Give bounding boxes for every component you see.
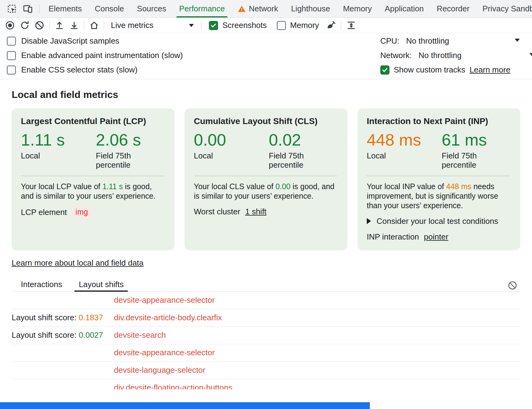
layout-shift-row[interactable]: devsite-appearance-selector [12, 344, 520, 362]
tab-label: Application [385, 4, 424, 14]
tab-label: Lighthouse [291, 4, 330, 14]
element-link[interactable]: devsite-appearance-selector [114, 295, 215, 305]
layout-shift-row[interactable]: Layout shift score: 0.0027 devsite-searc… [12, 327, 520, 344]
metric-description: Your local LCP value of 1.11 s is good, … [21, 182, 164, 201]
local-value-label: Local [194, 151, 252, 160]
custom-tracks-label: Show custom tracks [394, 65, 465, 75]
tab-memory[interactable]: Memory [337, 0, 378, 18]
load-profile-icon[interactable] [52, 19, 67, 32]
tab-sources[interactable]: Sources [131, 0, 173, 18]
inspect-element-icon[interactable] [4, 2, 19, 16]
custom-tracks-learn-more-link[interactable]: Learn more [470, 65, 510, 75]
element-link[interactable]: devsite-search [114, 330, 166, 340]
local-field-learn-more-link[interactable]: Learn more about local and field data [12, 258, 143, 268]
worst-cluster-link[interactable]: 1 shift [245, 207, 266, 216]
tab-application[interactable]: Application [378, 0, 430, 18]
metric-card-inp: Interaction to Next Paint (INP) 448 ms L… [358, 108, 520, 250]
layout-shift-row[interactable]: Layout shift score: 0.1837 div.devsite-a… [12, 309, 520, 327]
tab-recorder[interactable]: Recorder [430, 0, 476, 18]
chevron-down-icon [515, 39, 520, 42]
divider [194, 176, 337, 176]
description-value: 1.11 s [102, 182, 123, 191]
tab-lighthouse[interactable]: Lighthouse [284, 0, 336, 18]
element-link[interactable]: div.devsite-article-body.clearfix [114, 313, 222, 322]
element-link[interactable]: div.devsite-floating-action-buttons [114, 383, 232, 389]
local-value-column: 1.11 s Local [21, 131, 96, 169]
home-icon[interactable] [87, 19, 101, 32]
throttling-settings: CPU: No throttling Network: No throttlin… [380, 34, 532, 77]
metric-description: Your local INP value of 448 ms needs imp… [367, 182, 510, 210]
network-throttling-select[interactable]: Network: No throttling [380, 48, 532, 63]
inp-interaction-link[interactable]: pointer [424, 232, 448, 242]
tab-console[interactable]: Console [88, 0, 130, 18]
tab-layout-shifts[interactable]: Layout shifts [74, 278, 128, 291]
separator [39, 4, 40, 14]
cpu-label: CPU: [380, 36, 399, 46]
checkbox-checked-icon[interactable] [380, 65, 389, 75]
performance-toolbar: Live metrics Screenshots Memory [0, 18, 532, 33]
extra-label: Worst cluster [194, 207, 240, 216]
separator [341, 21, 341, 30]
separator [201, 21, 201, 30]
show-custom-tracks-row: Show custom tracks Learn more [380, 63, 532, 77]
tab-label: Performance [179, 4, 225, 14]
tab-elements[interactable]: Elements [42, 0, 88, 18]
adjust-panels-icon[interactable] [344, 19, 358, 32]
checkbox-unchecked-icon [7, 37, 16, 46]
metric-card-lcp: Largest Contentful Paint (LCP) 1.11 s Lo… [12, 108, 174, 250]
extra-label: INP interaction [367, 232, 419, 242]
tab-interactions[interactable]: Interactions [17, 278, 66, 291]
description-value: 0.00 [276, 182, 291, 191]
description-text: Your local INP value of [367, 182, 446, 191]
local-test-conditions-expander[interactable]: Consider your local test conditions [367, 216, 510, 226]
checkbox-unchecked-icon [277, 21, 286, 30]
chevron-down-icon [530, 53, 532, 56]
tab-network[interactable]: Network [231, 0, 284, 18]
divider [367, 176, 510, 176]
reload-and-record-icon[interactable] [17, 19, 32, 32]
settings-checkbox-list: Disable JavaScript samples Enable advanc… [0, 34, 380, 77]
screenshots-checkbox[interactable]: Screenshots [204, 21, 272, 30]
view-mode-select[interactable]: Live metrics [107, 19, 199, 32]
worst-cluster-row: Worst cluster 1 shift [194, 207, 337, 216]
memory-checkbox[interactable]: Memory [272, 21, 324, 30]
save-profile-icon[interactable] [67, 19, 81, 32]
shift-score-cell: Layout shift score: 0.1837 [12, 313, 114, 322]
device-toolbar-icon[interactable] [20, 2, 35, 16]
layout-shift-row[interactable]: devsite-language-selector [12, 362, 520, 379]
advanced-paint-instrumentation-checkbox[interactable]: Enable advanced paint instrumentation (s… [7, 48, 380, 63]
score-label: Layout shift score: [12, 313, 79, 322]
cpu-value: No throttling [406, 36, 449, 46]
score-value: 0.0027 [79, 330, 103, 340]
collect-garbage-icon[interactable] [324, 19, 338, 32]
separator [49, 21, 49, 30]
tab-label: Recorder [437, 4, 470, 14]
metric-card-cls: Cumulative Layout Shift (CLS) 0.00 Local… [185, 108, 347, 250]
field-value: 2.06 s [96, 131, 154, 149]
element-link[interactable]: devsite-appearance-selector [114, 348, 215, 357]
tab-label: Privacy Sandbox [483, 4, 532, 14]
tab-privacy-sandbox[interactable]: Privacy Sandbox [476, 0, 532, 18]
clear-log-icon[interactable] [505, 279, 520, 292]
record-icon[interactable] [2, 19, 17, 32]
layout-shift-row[interactable]: div.devsite-floating-action-buttons [12, 379, 520, 389]
tabbar-icons [0, 0, 37, 18]
cpu-throttling-select[interactable]: CPU: No throttling [380, 34, 532, 48]
disable-js-samples-checkbox[interactable]: Disable JavaScript samples [7, 34, 380, 48]
element-link[interactable]: devsite-language-selector [114, 365, 205, 375]
lcp-element-chip[interactable]: img [72, 207, 92, 218]
tab-label: Sources [137, 4, 166, 14]
tab-performance[interactable]: Performance [173, 0, 231, 18]
description-text: Your local LCP value of [21, 182, 102, 191]
field-value: 0.02 [269, 131, 327, 149]
screenshots-label: Screenshots [222, 21, 267, 30]
layout-shift-row[interactable]: devsite-appearance-selector [12, 292, 520, 309]
network-label: Network: [380, 51, 412, 60]
devtools-performance-panel: Elements Console Sources Performance Net… [0, 0, 532, 409]
horizontal-scrollbar[interactable] [0, 402, 370, 409]
clear-icon[interactable] [32, 19, 47, 32]
warning-icon [238, 5, 246, 13]
local-value: 1.11 s [21, 131, 96, 149]
local-value-column: 448 ms Local [367, 131, 442, 169]
css-selector-stats-checkbox[interactable]: Enable CSS selector stats (slow) [7, 63, 380, 77]
